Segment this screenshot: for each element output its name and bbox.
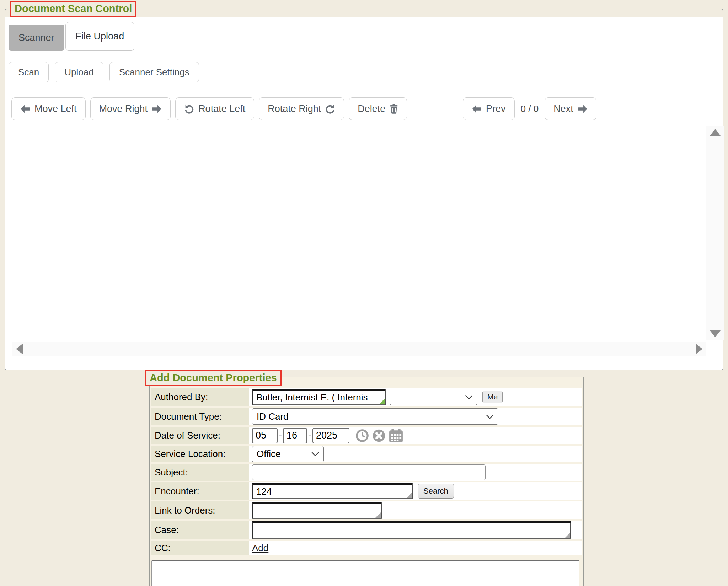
rotate-left-label: Rotate Left (198, 103, 245, 114)
document-notes-textarea[interactable] (151, 560, 579, 586)
search-button[interactable]: Search (418, 484, 454, 499)
clear-date-icon[interactable] (372, 429, 386, 443)
tab-scanner[interactable]: Scanner (9, 25, 64, 51)
resize-grip-icon[interactable] (379, 399, 385, 404)
date-of-service-label: Date of Service: (151, 427, 249, 444)
row-document-type: Document Type: ID Card (151, 408, 582, 425)
rotate-right-label: Rotate Right (268, 103, 321, 114)
scan-button[interactable]: Scan (9, 62, 49, 82)
scan-control-fieldset: Scanner File Upload Scan Upload Scanner … (5, 9, 723, 370)
chevron-down-icon (311, 452, 319, 456)
move-right-button[interactable]: Move Right (90, 97, 171, 120)
move-right-label: Move Right (99, 103, 148, 114)
scan-action-row: Scan Upload Scanner Settings (9, 62, 199, 82)
resize-grip-icon[interactable] (565, 533, 570, 538)
row-cc: CC: Add (151, 541, 582, 555)
scanner-settings-button[interactable]: Scanner Settings (109, 62, 199, 82)
scan-control-legend: Document Scan Control (10, 1, 136, 17)
date-year-input[interactable] (312, 428, 349, 443)
page-counter: 0 / 0 (521, 103, 539, 114)
date-separator: - (279, 430, 282, 441)
row-encounter: Encounter: Search (151, 482, 582, 500)
vertical-scrollbar[interactable] (706, 126, 724, 340)
case-label: Case: (151, 521, 249, 539)
row-subject: Subject: (151, 464, 582, 481)
case-input[interactable] (252, 521, 571, 539)
resize-grip-icon[interactable] (406, 493, 412, 498)
image-toolbar: Move Left Move Right Rotate Left Rotate … (11, 97, 407, 120)
cc-label: CC: (151, 541, 249, 555)
document-type-select[interactable]: ID Card (252, 408, 498, 425)
document-type-label: Document Type: (151, 408, 249, 425)
service-location-label: Service Location: (151, 446, 249, 462)
row-link-to-orders: Link to Orders: (151, 501, 582, 519)
authored-by-select[interactable] (390, 389, 477, 405)
service-location-select[interactable]: Office (252, 446, 324, 462)
upload-button[interactable]: Upload (55, 62, 103, 82)
prev-label: Prev (486, 103, 506, 114)
prev-button[interactable]: Prev (463, 97, 515, 120)
scroll-up-arrow-icon[interactable] (710, 129, 721, 136)
scroll-left-arrow-icon[interactable] (16, 344, 23, 354)
rotate-left-button[interactable]: Rotate Left (175, 97, 254, 120)
horizontal-scrollbar[interactable] (12, 342, 706, 356)
document-type-value: ID Card (257, 411, 289, 422)
document-properties-legend: Add Document Properties (145, 370, 282, 386)
page-navigation: Prev 0 / 0 Next (463, 97, 596, 120)
document-properties-fieldset: Authored By: Me Document Type: (149, 377, 584, 586)
date-separator: - (308, 430, 311, 441)
move-left-button[interactable]: Move Left (11, 97, 86, 120)
authored-by-label: Authored By: (151, 388, 249, 406)
next-label: Next (553, 103, 573, 114)
service-location-value: Office (257, 448, 280, 459)
clock-icon[interactable] (355, 429, 369, 443)
encounter-label: Encounter: (151, 482, 249, 500)
link-to-orders-label: Link to Orders: (151, 501, 249, 519)
rotate-right-icon (325, 104, 335, 114)
arrow-right-icon (578, 104, 588, 113)
scroll-down-arrow-icon[interactable] (710, 330, 721, 337)
resize-grip-icon[interactable] (375, 512, 381, 518)
chevron-down-icon (465, 395, 473, 399)
me-button[interactable]: Me (482, 391, 503, 403)
page: { "page": { "background": "#f1ece0" }, "… (0, 0, 728, 586)
arrow-right-icon (152, 104, 162, 113)
row-date-of-service: Date of Service: - - (151, 427, 582, 444)
encounter-input[interactable] (252, 483, 413, 499)
date-day-input[interactable] (283, 428, 307, 443)
subject-label: Subject: (151, 464, 249, 481)
chevron-down-icon (486, 414, 494, 419)
subject-input[interactable] (252, 464, 486, 480)
row-case: Case: (151, 521, 582, 539)
delete-label: Delete (358, 103, 385, 114)
cc-add-link[interactable]: Add (252, 543, 268, 554)
date-month-input[interactable] (252, 428, 278, 443)
document-properties-table: Authored By: Me Document Type: (151, 388, 582, 586)
rotate-left-icon (184, 104, 194, 114)
delete-button[interactable]: Delete (349, 97, 407, 120)
scan-tabs: Scanner File Upload (9, 22, 134, 51)
arrow-left-icon (472, 104, 482, 113)
authored-by-input[interactable] (252, 389, 386, 405)
trash-icon (390, 104, 398, 114)
row-service-location: Service Location: Office (151, 446, 582, 462)
scroll-right-arrow-icon[interactable] (696, 344, 702, 354)
rotate-right-button[interactable]: Rotate Right (259, 97, 344, 120)
row-authored-by: Authored By: Me (151, 388, 582, 406)
arrow-left-icon (20, 104, 30, 113)
move-left-label: Move Left (34, 103, 77, 114)
calendar-icon[interactable] (389, 428, 403, 443)
next-button[interactable]: Next (545, 97, 596, 120)
tab-file-upload[interactable]: File Upload (65, 22, 135, 51)
link-to-orders-input[interactable] (252, 502, 382, 519)
